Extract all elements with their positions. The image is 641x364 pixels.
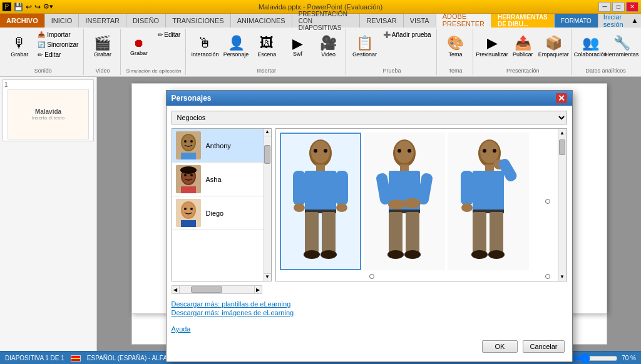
btn-grabar-sim[interactable]: ⏺ Grabar — [125, 30, 154, 64]
btn-grabar-video[interactable]: 🎬 Grabar — [88, 30, 117, 64]
btn-escena[interactable]: 🖼 Escena — [252, 30, 282, 64]
close-button[interactable]: ✕ — [626, 2, 638, 12]
btn-colaboracion[interactable]: 👥 Colaboración — [575, 30, 605, 64]
btn-swf[interactable]: ▶ Swf — [283, 30, 312, 64]
resize-handle-bottom[interactable] — [369, 274, 374, 279]
char-item-asha[interactable]: Asha — [172, 163, 264, 196]
download-images-link[interactable]: Descargar más: imágenes de eLearning — [172, 309, 567, 316]
insertar-label: Insertar — [187, 68, 346, 74]
slide-canvas[interactable]: Personajes ✕ Negocios Casual Formal Medi… — [131, 83, 607, 314]
tab-transiciones[interactable]: TRANSICIONES — [166, 14, 231, 28]
pose-scroll-thumb[interactable] — [559, 139, 565, 155]
dialog-titlebar: Personajes ✕ — [167, 91, 572, 106]
btn-interaccion[interactable]: 🖱 Interacción — [190, 30, 220, 64]
char-item-diego[interactable]: Diego — [172, 196, 264, 230]
btn-anadir-prueba[interactable]: ➕ Añadir prueba — [381, 30, 434, 39]
slide-panel: 1 Malavida Inserta el texto — [0, 77, 97, 351]
btn-editar-sim[interactable]: ✏ Editar — [155, 30, 183, 39]
download-templates-link[interactable]: Descargar más: plantillas de eLearning — [172, 300, 567, 308]
scroll-down-arrow[interactable]: ▼ — [264, 273, 271, 281]
dialog-overlay: Personajes ✕ Negocios Casual Formal Medi… — [132, 84, 607, 313]
tab-adobe[interactable]: ADOBE PRESENTER — [436, 14, 491, 28]
help-link[interactable]: Ayuda — [172, 323, 567, 333]
scroll-thumb[interactable] — [264, 145, 270, 164]
btn-personaje[interactable]: 👤 Personaje — [221, 30, 250, 64]
btn-empaquetar[interactable]: 📦 Empaquetar — [538, 30, 568, 64]
char-item-anthony[interactable]: Anthony — [172, 129, 264, 163]
pose-thumb-2[interactable] — [364, 133, 445, 270]
hscroll-left[interactable]: ◀ — [172, 286, 180, 293]
tab-inicio[interactable]: INICIO — [45, 14, 79, 28]
pose-thumb-1[interactable] — [280, 133, 361, 270]
tab-diseno[interactable]: DISEÑO — [126, 14, 166, 28]
video-icon: 🎬 — [94, 36, 111, 50]
btn-editar-sonido[interactable]: ✏ Editar — [35, 50, 81, 59]
hscroll-thumb[interactable] — [191, 286, 222, 293]
svg-rect-28 — [305, 212, 319, 253]
category-dropdown[interactable]: Negocios Casual Formal Medical — [172, 111, 567, 124]
dialog-title: Personajes — [172, 94, 212, 103]
pose-thumb-3[interactable] — [448, 133, 529, 270]
svg-rect-43 — [389, 212, 403, 253]
pose-scroll-down[interactable]: ▼ — [558, 273, 566, 281]
dialog-close-button[interactable]: ✕ — [556, 93, 567, 103]
maximize-button[interactable]: □ — [612, 2, 625, 12]
minimize-button[interactable]: ─ — [598, 2, 611, 12]
pose-scrollbar[interactable]: ▲ ▼ — [558, 129, 567, 281]
svg-rect-5 — [181, 153, 196, 159]
char-list-hscroll[interactable]: ◀ ▶ — [172, 285, 262, 294]
btn-grabar-sonido[interactable]: 🎙 Grabar — [5, 30, 34, 64]
scroll-up-arrow[interactable]: ▲ — [264, 129, 271, 136]
svg-point-33 — [324, 149, 327, 153]
personajes-dialog: Personajes ✕ Negocios Casual Formal Medi… — [166, 90, 573, 362]
btn-publicar-label: Publicar — [513, 51, 533, 58]
video-label: Video — [85, 68, 120, 74]
btn-interaccion-label: Interacción — [191, 51, 218, 58]
slide-thumbnail-1[interactable]: 1 Malavida Inserta el texto — [3, 79, 94, 141]
hscroll-right[interactable]: ▶ — [254, 286, 262, 293]
tab-revisar[interactable]: REVISAR — [360, 14, 403, 28]
btn-publicar[interactable]: 📤 Publicar — [508, 30, 537, 64]
pose-scroll-up[interactable]: ▲ — [558, 129, 566, 137]
workspace: 1 Malavida Inserta el texto Personajes ✕ — [0, 77, 641, 351]
btn-video-ins[interactable]: 🎥 Video — [314, 30, 343, 64]
ribbon-content: 🎙 Grabar 📥 Importar 🔄 Sincronizar ✏ Edit… — [0, 28, 641, 76]
ribbon-tab-bar: ARCHIVO INICIO INSERTAR DISEÑO TRANSICIO… — [0, 14, 641, 28]
anthony-name: Anthony — [206, 142, 231, 149]
svg-point-30 — [304, 250, 320, 259]
sign-in-button[interactable]: Iniciar sesión — [598, 14, 628, 28]
interaction-icon: 🖱 — [198, 36, 212, 50]
btn-herramientas[interactable]: 🔧 Herramientas — [607, 30, 637, 64]
btn-gestionar[interactable]: 📋 Gestionar — [350, 30, 379, 64]
sim-small-buttons: ✏ Editar — [155, 30, 183, 48]
svg-point-17 — [190, 208, 193, 210]
char-list-scrollbar[interactable]: ▲ ▼ — [264, 129, 271, 281]
ok-button[interactable]: OK — [482, 340, 518, 353]
btn-sincronizar[interactable]: 🔄 Sincronizar — [35, 40, 81, 49]
tab-herramientas[interactable]: HERRAMIENTAS DE DIBU... — [491, 14, 555, 28]
tab-insertar[interactable]: INSERTAR — [79, 14, 126, 28]
btn-tema[interactable]: 🎨 Tema — [441, 30, 470, 64]
ribbon-collapse-button[interactable]: ▲ — [628, 14, 641, 28]
slide-title: Malavida — [35, 108, 61, 115]
svg-rect-24 — [336, 171, 348, 205]
title-bar-left: 🅿 💾 ↩ ↪ ⚙▾ — [3, 2, 53, 12]
quick-access-save[interactable]: 💾 — [14, 3, 23, 11]
resize-handle-bottom-right[interactable] — [545, 274, 550, 279]
quick-access-redo[interactable]: ↪ — [34, 3, 41, 11]
cancel-button[interactable]: Cancelar — [523, 340, 564, 353]
resize-handle-right[interactable] — [545, 199, 550, 204]
btn-previsualizar[interactable]: ▶ Previsualizar — [477, 30, 507, 64]
tab-animaciones[interactable]: ANIMACIONES — [231, 14, 292, 28]
tab-archivo[interactable]: ARCHIVO — [0, 14, 45, 28]
svg-rect-44 — [406, 212, 419, 253]
btn-importar[interactable]: 📥 Importar — [35, 30, 81, 39]
tab-formato[interactable]: FORMATO — [555, 14, 598, 28]
zoom-slider[interactable] — [568, 353, 618, 363]
svg-point-56 — [461, 203, 473, 212]
tab-vista[interactable]: VISTA — [404, 14, 436, 28]
quick-access-custom[interactable]: ⚙▾ — [43, 3, 53, 11]
quick-access-undo[interactable]: ↩ — [26, 3, 32, 11]
tab-presentacion[interactable]: PRESENTACIÓN CON DIAPOSITIVAS — [292, 14, 361, 28]
svg-rect-52 — [485, 164, 494, 171]
